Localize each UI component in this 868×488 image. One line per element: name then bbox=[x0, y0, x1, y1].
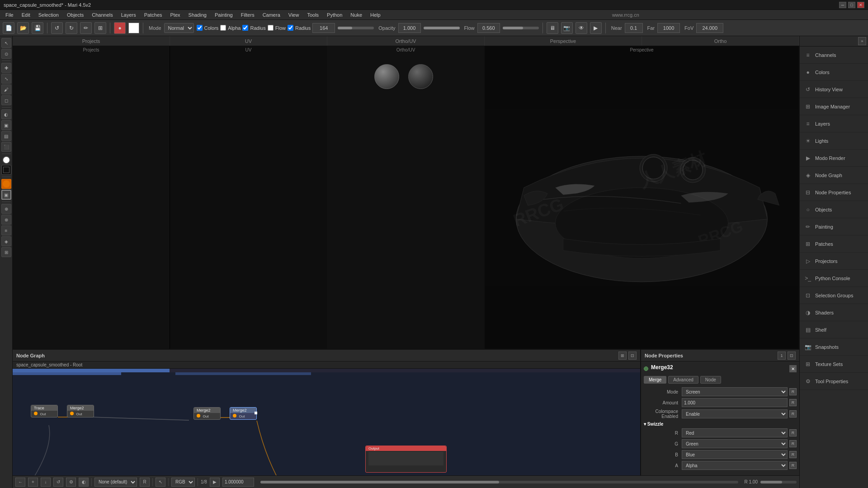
prop-g-select[interactable]: Green bbox=[682, 439, 788, 448]
alpha-checkbox[interactable] bbox=[220, 25, 226, 31]
tool-brush[interactable]: 🖌 bbox=[1, 84, 11, 94]
toolbar-render-button[interactable]: 🖥 bbox=[547, 22, 558, 34]
prop-colorspace-select[interactable]: Enable bbox=[682, 409, 788, 418]
rp-item-lights[interactable]: ☀ Lights bbox=[800, 132, 868, 150]
far-input[interactable] bbox=[657, 23, 680, 33]
toolbar-snap-button[interactable]: 📷 bbox=[561, 22, 573, 34]
rp-item-node-graph[interactable]: ◈ Node Graph bbox=[800, 167, 868, 184]
fov-input[interactable] bbox=[696, 23, 723, 33]
bt-channel-select[interactable]: RGB bbox=[171, 478, 195, 487]
near-input[interactable] bbox=[625, 23, 643, 33]
toolbar-view-button[interactable]: 👁 bbox=[576, 22, 587, 34]
menu-tools[interactable]: Tools bbox=[303, 11, 322, 19]
prop-amount-input[interactable] bbox=[682, 398, 788, 407]
menu-edit[interactable]: Edit bbox=[18, 11, 34, 19]
radius2-checkbox[interactable] bbox=[288, 25, 293, 31]
rp-item-tool-properties[interactable]: ⚙ Tool Properties bbox=[800, 373, 868, 390]
tool-fill[interactable]: ▤ bbox=[1, 131, 11, 141]
minimize-button[interactable]: ─ bbox=[839, 2, 846, 8]
tool-paint-2[interactable]: ▣ bbox=[1, 120, 11, 130]
tool-stamp[interactable]: ⬛ bbox=[1, 142, 11, 152]
prop-b-reset[interactable]: R bbox=[789, 451, 797, 458]
bt-down-button[interactable]: ↓ bbox=[41, 478, 51, 487]
menu-channels[interactable]: Channels bbox=[88, 11, 116, 19]
prop-g-reset[interactable]: R bbox=[789, 440, 797, 447]
tab-merge[interactable]: Merge bbox=[644, 376, 666, 384]
viewport-perspective[interactable]: Perspective bbox=[485, 46, 799, 349]
menu-shading[interactable]: Shading bbox=[185, 11, 210, 19]
bt-right-slider[interactable] bbox=[760, 481, 797, 483]
rp-item-python-console[interactable]: >_ Python Console bbox=[800, 270, 868, 287]
rp-item-texture-sets[interactable]: ⊞ Texture Sets bbox=[800, 356, 868, 373]
tool-rotate[interactable]: ⊙ bbox=[1, 49, 11, 59]
prop-amount-reset[interactable]: R bbox=[789, 399, 797, 406]
tool-scale[interactable]: ⤡ bbox=[1, 74, 11, 84]
bt-back-button[interactable]: ← bbox=[15, 478, 25, 487]
radius-slider[interactable] bbox=[338, 27, 374, 29]
menu-nuke[interactable]: Nuke bbox=[347, 11, 366, 19]
tool-active-indicator[interactable]: ▣ bbox=[1, 190, 11, 200]
menu-view[interactable]: View bbox=[285, 11, 303, 19]
vp-header-orthouv[interactable]: Ortho/UV bbox=[327, 36, 485, 46]
vp-header-ortho[interactable]: Ortho bbox=[642, 36, 799, 46]
tool-color-picker[interactable] bbox=[2, 156, 10, 164]
rp-item-history[interactable]: ↺ History View bbox=[800, 81, 868, 98]
opacity-slider[interactable] bbox=[424, 27, 460, 29]
rp-item-channels[interactable]: ≡ Channels bbox=[800, 47, 868, 64]
toolbar-bake-button[interactable]: ⊞ bbox=[94, 22, 106, 34]
toolbar-record-button[interactable]: ● bbox=[114, 22, 126, 34]
close-button[interactable]: ✕ bbox=[857, 2, 864, 8]
vp-header-perspective[interactable]: Perspective bbox=[485, 36, 642, 46]
toolbar-play-button[interactable]: ▶ bbox=[590, 22, 602, 34]
tool-paint-1[interactable]: ◐ bbox=[1, 109, 11, 119]
main-viewport[interactable]: Projects UV Ortho/UV Perspecti bbox=[13, 46, 799, 349]
rp-item-layers[interactable]: ≡ Layers bbox=[800, 115, 868, 132]
ng-icon-2[interactable]: ⊡ bbox=[628, 352, 637, 360]
rp-item-patches[interactable]: ⊞ Patches bbox=[800, 235, 868, 253]
np-icon-1[interactable]: 1 bbox=[778, 352, 786, 360]
tool-move[interactable]: ✚ bbox=[1, 63, 11, 73]
menu-patches[interactable]: Patches bbox=[141, 11, 166, 19]
vp-header-projects[interactable]: Projects bbox=[13, 36, 170, 46]
viewport-uv[interactable]: UV bbox=[170, 46, 327, 349]
toolbar-redo-button[interactable]: ↻ bbox=[66, 22, 77, 34]
bt-none-select[interactable]: None (default) bbox=[94, 478, 137, 487]
ng-node-3[interactable]: Merge2 Out bbox=[193, 407, 221, 420]
rp-item-shelf[interactable]: ▤ Shelf bbox=[800, 321, 868, 338]
color-swatch[interactable] bbox=[128, 23, 139, 33]
flow-input[interactable] bbox=[477, 23, 500, 33]
rp-collapse-button[interactable]: » bbox=[858, 37, 866, 45]
viewport-orthouv[interactable]: Ortho/UV bbox=[327, 46, 485, 349]
rp-item-painting[interactable]: ✏ Painting bbox=[800, 218, 868, 235]
rp-item-selection-groups[interactable]: ⊡ Selection Groups bbox=[800, 287, 868, 304]
ng-node-4[interactable]: Merge2 Out bbox=[230, 407, 257, 420]
menu-filters[interactable]: Filters bbox=[237, 11, 258, 19]
tool-select[interactable]: ↖ bbox=[1, 38, 11, 48]
toolbar-paint-button[interactable]: ✏ bbox=[80, 22, 92, 34]
node-props-close-button[interactable]: ✕ bbox=[789, 365, 797, 372]
bt-r-button[interactable]: R bbox=[140, 478, 150, 487]
prop-a-select[interactable]: Alpha bbox=[682, 461, 788, 470]
bt-main-slider[interactable] bbox=[260, 481, 738, 483]
tool-misc-5[interactable]: ⊞ bbox=[1, 247, 11, 257]
colors-checkbox[interactable] bbox=[197, 25, 203, 31]
menu-layers[interactable]: Layers bbox=[118, 11, 140, 19]
np-icon-2[interactable]: ⊡ bbox=[788, 352, 796, 360]
menu-help[interactable]: Help bbox=[367, 11, 384, 19]
flow-checkbox[interactable] bbox=[268, 25, 274, 31]
ng-scroll-handle[interactable] bbox=[13, 369, 170, 372]
rp-item-objects[interactable]: ○ Objects bbox=[800, 201, 868, 218]
radius-checkbox[interactable] bbox=[242, 25, 248, 31]
bt-add-button[interactable]: + bbox=[28, 478, 38, 487]
prop-r-select[interactable]: Red bbox=[682, 428, 788, 437]
maximize-button[interactable]: □ bbox=[848, 2, 855, 8]
rp-item-colors[interactable]: ● Colors bbox=[800, 64, 868, 81]
bt-circle-button[interactable]: ◐ bbox=[79, 478, 89, 487]
toolbar-save-button[interactable]: 💾 bbox=[32, 22, 43, 34]
ng-node-1[interactable]: Trace Out bbox=[31, 405, 58, 418]
rp-item-snapshots[interactable]: 📷 Snapshots bbox=[800, 338, 868, 356]
toolbar-open-button[interactable]: 📂 bbox=[17, 22, 29, 34]
tool-orange-active[interactable] bbox=[1, 179, 11, 189]
opacity-input[interactable] bbox=[398, 23, 421, 33]
mode-select[interactable]: Normal bbox=[164, 23, 194, 33]
